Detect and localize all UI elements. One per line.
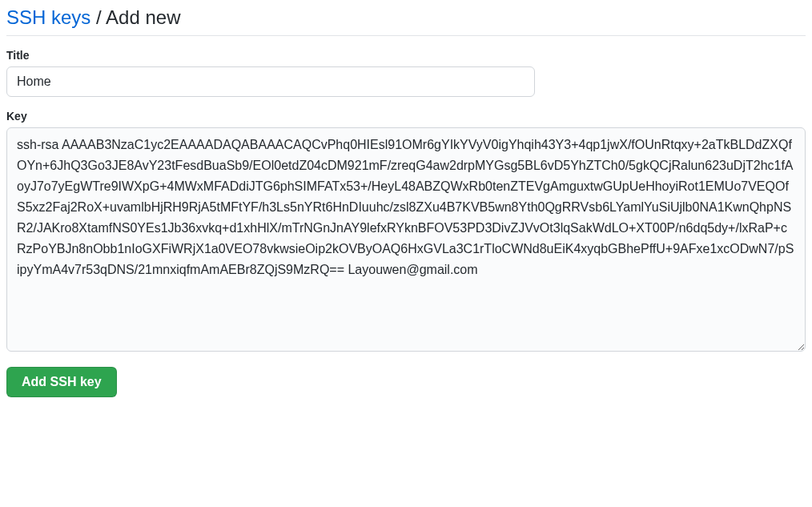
key-field-group: Key ssh-rsa AAAAB3NzaC1yc2EAAAADAQABAAAC… <box>6 110 806 354</box>
breadcrumb-separator: / <box>90 6 106 28</box>
add-ssh-key-button[interactable]: Add SSH key <box>6 367 117 397</box>
title-field-group: Title <box>6 49 806 97</box>
key-label: Key <box>6 110 806 123</box>
title-input[interactable] <box>6 66 535 97</box>
page-header: SSH keys / Add new <box>6 6 806 36</box>
title-label: Title <box>6 49 806 62</box>
breadcrumb-link[interactable]: SSH keys <box>6 6 90 28</box>
key-textarea[interactable]: ssh-rsa AAAAB3NzaC1yc2EAAAADAQABAAACAQCv… <box>6 127 806 352</box>
breadcrumb-current: Add new <box>106 6 180 28</box>
